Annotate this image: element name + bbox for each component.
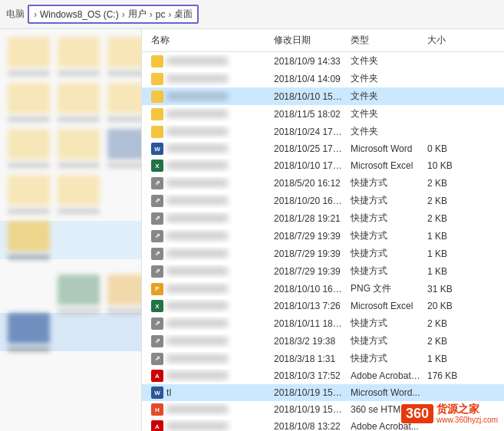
file-date-cell: 2018/7/29 19:39: [271, 230, 348, 242]
table-row[interactable]: ⇗XXXXXXXXXX2018/3/2 19:38快捷方式2 KB: [142, 332, 504, 350]
table-row[interactable]: ⇗XXXXXXXXXX2018/5/20 16:12快捷方式2 KB: [142, 174, 504, 192]
path-item-2[interactable]: pc: [156, 9, 166, 20]
file-size-cell: 2 KB: [424, 177, 470, 189]
left-panel: [0, 29, 142, 431]
file-name-label: XXXXXXXXXX: [166, 196, 228, 206]
file-explorer-window: 电脑 › Windows8_OS (C:) › 用户 › pc › 桌面: [0, 0, 504, 431]
file-size-cell: 2 KB: [424, 317, 470, 330]
file-size-cell: 2 KB: [424, 335, 470, 347]
table-row[interactable]: ⇗XXXXXXXXXX2018/1/28 19:21快捷方式2 KB: [142, 209, 504, 227]
file-name-label: XXXXXXXXXX: [166, 213, 228, 224]
file-name-cell: ⇗XXXXXXXXXX: [148, 317, 271, 331]
path-separator-0: ›: [34, 9, 37, 20]
file-size-cell: 0 KB: [424, 143, 470, 155]
file-date-cell: 2018/10/19 15:51: [271, 387, 348, 399]
file-type-cell: 文件夹: [348, 89, 424, 104]
table-row[interactable]: WtI2018/10/19 15:51Microsoft Word...: [142, 384, 504, 401]
watermark-url: www.360hyzj.com: [436, 416, 498, 425]
table-row[interactable]: WXXXXXXXXXX2018/10/25 17:42Microsoft Wor…: [142, 140, 504, 157]
file-size-cell: 176 KB: [424, 370, 470, 382]
file-name-cell: WtI: [148, 386, 271, 400]
table-row[interactable]: XXXXXXXXXX2018/11/5 18:02文件夹: [142, 105, 504, 123]
file-date-cell: 2018/10/8 13:22: [271, 420, 348, 431]
file-date-cell: 2018/10/10 16:06: [271, 283, 348, 295]
file-type-cell: 快捷方式: [348, 176, 424, 190]
table-row[interactable]: ⇗XXXXXXXXXX2018/7/29 19:39快捷方式1 KB: [142, 262, 504, 280]
file-date-cell: 2018/10/9 14:33: [271, 55, 348, 67]
file-name-label: XXXXXXXXXX: [166, 160, 228, 171]
file-icon-folder: [151, 90, 163, 103]
table-row[interactable]: XXXXXXXXXXX2018/10/10 17:13Microsoft Exc…: [142, 157, 504, 174]
file-size-cell: [424, 78, 470, 80]
table-row[interactable]: XXXXXXXXXX2018/10/24 17:26文件夹: [142, 123, 504, 140]
col-type: 类型: [348, 32, 424, 48]
address-path[interactable]: › Windows8_OS (C:) › 用户 › pc › 桌面: [28, 5, 199, 24]
col-size: 大小: [424, 32, 470, 48]
table-row[interactable]: ⇗XXXXXXXXXX2018/3/18 1:31快捷方式1 KB: [142, 350, 504, 367]
table-row[interactable]: ⇗XXXXXXXXXX2018/7/29 19:39快捷方式1 KB: [142, 245, 504, 262]
file-type-cell: 快捷方式: [348, 211, 424, 225]
file-size-cell: [424, 392, 470, 393]
file-rows: XXXXXXXXXX2018/10/9 14:33文件夹XXXXXXXXXX20…: [142, 52, 504, 431]
file-size-cell: 20 KB: [424, 300, 470, 312]
file-name-cell: ⇗XXXXXXXXXX: [148, 176, 271, 190]
file-name-cell: AXXXXXXXXXX: [148, 419, 271, 431]
file-name-label: XXXXXXXXXX: [166, 421, 228, 431]
file-date-cell: 2018/7/29 19:39: [271, 248, 348, 260]
file-name-cell: HXXXXXXXXXX: [148, 403, 271, 416]
file-name-cell: ⇗XXXXXXXXXX: [148, 247, 271, 261]
file-name-label: XXXXXXXXXX: [166, 109, 228, 120]
file-name-cell: XXXXXXXXXX: [148, 72, 271, 86]
file-type-cell: Microsoft Excel: [348, 300, 424, 312]
path-item-1[interactable]: 用户: [128, 8, 147, 21]
file-name-cell: XXXXXXXXXX: [148, 90, 271, 104]
table-row[interactable]: XXXXXXXXXXX2018/10/13 7:26Microsoft Exce…: [142, 298, 504, 314]
table-row[interactable]: XXXXXXXXXX2018/10/9 14:33文件夹: [142, 52, 504, 70]
file-size-cell: 2 KB: [424, 212, 470, 225]
file-icon-shortcut: ⇗: [151, 230, 163, 242]
table-row[interactable]: XXXXXXXXXX2018/10/4 14:09文件夹: [142, 70, 504, 87]
file-date-cell: 2018/11/5 18:02: [271, 108, 348, 120]
column-headers: 名称 修改日期 类型 大小: [142, 29, 504, 52]
file-name-label: XXXXXXXXXX: [166, 404, 228, 415]
file-date-cell: 2018/10/25 17:42: [271, 143, 348, 155]
path-item-3[interactable]: 桌面: [174, 8, 193, 21]
path-item-0[interactable]: Windows8_OS (C:): [40, 9, 119, 20]
table-row[interactable]: AXXXXXXXXXX2018/10/3 17:52Adobe Acrobat …: [142, 367, 504, 384]
file-icon-shortcut: ⇗: [151, 335, 163, 347]
table-row[interactable]: ⇗XXXXXXXXXX2018/10/11 18:02快捷方式2 KB: [142, 314, 504, 332]
table-row[interactable]: XXXXXXXXXX2018/10/10 15:14文件夹: [142, 87, 504, 105]
file-type-cell: PNG 文件: [348, 281, 424, 296]
col-date: 修改日期: [271, 32, 348, 48]
file-name-cell: PXXXXXXXXXX: [148, 282, 271, 296]
path-separator-2: ›: [150, 9, 153, 20]
file-list: 名称 修改日期 类型 大小 XXXXXXXXXX2018/10/9 14:33文…: [142, 29, 504, 431]
file-list-container: 名称 修改日期 类型 大小 XXXXXXXXXX2018/10/9 14:33文…: [0, 29, 504, 431]
file-name-label: XXXXXXXXXX: [166, 354, 228, 364]
file-icon-shortcut: ⇗: [151, 177, 163, 189]
file-name-cell: XXXXXXXXXX: [148, 125, 271, 139]
address-label: 电脑: [6, 8, 25, 21]
file-icon-shortcut: ⇗: [151, 353, 163, 365]
file-name-label: XXXXXXXXXX: [166, 266, 228, 277]
file-name-cell: XXXXXXXXXX: [148, 54, 271, 68]
file-icon-folder: [151, 126, 163, 138]
file-icon-excel: X: [151, 160, 163, 172]
table-row[interactable]: ⇗XXXXXXXXXX2018/7/29 19:39快捷方式1 KB: [142, 227, 504, 245]
watermark-brand: 货源之家: [436, 403, 498, 416]
file-date-cell: 2018/10/10 17:13: [271, 160, 348, 172]
table-row[interactable]: PXXXXXXXXXX2018/10/10 16:06PNG 文件31 KB: [142, 280, 504, 298]
file-size-cell: [424, 426, 470, 427]
file-name-cell: AXXXXXXXXXX: [148, 369, 271, 383]
file-icon-folder: [151, 55, 163, 67]
path-separator-1: ›: [122, 9, 125, 20]
file-date-cell: 2018/7/29 19:39: [271, 265, 348, 278]
file-icon-pdf: A: [151, 420, 163, 431]
file-icon-pdf: A: [151, 370, 163, 382]
file-date-cell: 2018/10/10 15:14: [271, 90, 348, 103]
file-type-cell: 文件夹: [348, 124, 424, 139]
file-name-label: XXXXXXXXXX: [166, 143, 228, 154]
address-bar: 电脑 › Windows8_OS (C:) › 用户 › pc › 桌面: [0, 0, 504, 29]
file-type-cell: 快捷方式: [348, 316, 424, 331]
table-row[interactable]: ⇗XXXXXXXXXX2018/10/20 16:30快捷方式2 KB: [142, 192, 504, 209]
